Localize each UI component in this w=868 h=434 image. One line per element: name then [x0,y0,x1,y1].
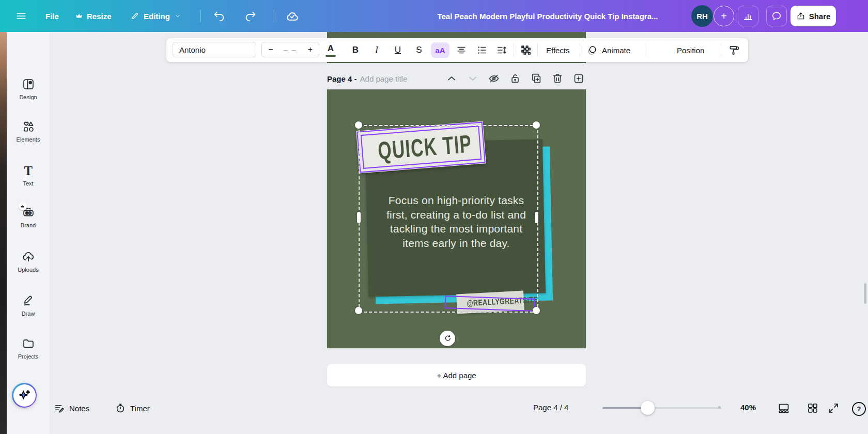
topbar-divider [273,10,273,22]
svg-text:CO: CO [25,211,31,215]
selection-handle-right[interactable] [535,212,538,223]
document-title[interactable]: Teal Peach Modern Playful Productivity Q… [424,0,672,32]
timer-icon [115,402,126,414]
text-toolbar: Antonio − – – + A B I U S aA [166,38,748,62]
main-menu-button[interactable] [16,0,27,32]
undo-button[interactable] [213,0,226,32]
help-button[interactable]: ? [852,402,866,416]
account-group: RH + [691,0,734,32]
resize-button[interactable]: Resize [75,0,112,32]
hide-page-icon[interactable] [488,72,500,85]
fullscreen-button[interactable] [827,402,840,414]
animate-button[interactable]: Animate [586,38,630,62]
timer-button[interactable]: Timer [115,401,150,415]
page-number-label: Page 4 - [327,74,357,83]
bold-button[interactable]: B [348,38,363,62]
sidebar-item-text[interactable]: T Text [7,165,50,187]
file-label: File [45,12,59,21]
text-case-button[interactable]: aA [431,42,450,58]
redo-button[interactable] [244,0,257,32]
page-header: Page 4 - Add page title [327,70,586,87]
rotate-handle[interactable] [440,331,455,346]
add-page-icon[interactable] [572,72,585,85]
insights-button[interactable] [738,0,758,32]
redo-icon [244,10,257,23]
draw-icon [22,294,35,307]
delete-page-icon[interactable] [551,72,564,85]
spacing-button[interactable] [494,38,509,62]
chevron-down-icon [174,12,181,20]
effects-button[interactable]: Effects [546,38,570,62]
toolbar-divider [645,43,645,57]
share-label: Share [809,12,831,21]
design-page[interactable]: Focus on high-priority tasks first, crea… [327,89,586,348]
selection-handle-top-left[interactable] [355,121,362,129]
share-upload-icon [796,11,805,21]
font-family-selector[interactable]: Antonio [173,42,256,57]
text-color-button[interactable]: A [323,38,338,62]
sparkle-icon [18,389,31,402]
italic-button[interactable]: I [369,38,384,62]
magic-ai-button[interactable] [12,383,37,408]
sidebar-item-uploads[interactable]: Uploads [7,250,50,273]
strikethrough-button[interactable]: S [411,38,427,62]
transparency-button[interactable] [518,38,534,62]
font-size-stepper: − – – + [261,42,319,57]
add-member-button[interactable]: + [714,6,734,26]
toolbar-divider [537,43,538,57]
sidebar-item-projects[interactable]: Projects [7,337,50,360]
format-painter-button[interactable] [726,38,741,62]
file-menu-button[interactable]: File [45,0,59,32]
comment-bubble-icon [771,10,782,22]
duplicate-page-icon[interactable] [530,72,542,85]
list-button[interactable] [474,38,490,62]
selection-handle-top-right[interactable] [533,121,540,129]
share-button[interactable]: Share [791,6,836,26]
move-page-up-icon[interactable] [445,72,458,85]
sidebar-item-draw[interactable]: Draw [7,294,50,317]
sidebar-item-elements[interactable]: Elements [7,120,50,143]
design-icon [22,78,35,91]
zoom-level[interactable]: 40% [736,403,761,412]
unlock-page-icon[interactable] [509,72,521,85]
bulleted-list-icon [476,44,488,56]
comments-button[interactable] [766,0,787,32]
sidebar-item-brand[interactable]: CO Brand [7,206,50,228]
scrollbar-thumb[interactable] [864,283,866,304]
selection-handle-bottom-right[interactable] [533,307,540,314]
position-button[interactable]: Position [677,38,704,62]
notes-icon [54,402,65,414]
sidebar-item-design[interactable]: Design [7,78,50,100]
font-size-value[interactable]: – – [284,45,297,54]
crown-icon [20,204,25,209]
selection-handle-bottom-left[interactable] [355,307,362,314]
pages-view-button[interactable] [778,402,790,414]
grid-view-button[interactable] [807,402,819,414]
toolbar-divider [580,43,580,57]
underline-button[interactable]: U [390,38,406,62]
page-title-field[interactable]: Page 4 - Add page title [327,74,407,83]
line-spacing-icon [496,44,507,56]
notes-button[interactable]: Notes [54,401,89,415]
canva-editor: File Resize Editing Teal Peach Modern Pl… [0,0,868,434]
undo-icon [213,10,226,23]
add-page-button[interactable]: + Add page [327,364,586,386]
cloud-check-icon [285,9,299,23]
save-status-button[interactable] [285,0,299,32]
elements-icon [22,120,35,133]
page-controls [445,72,586,85]
crown-icon [75,12,83,20]
move-page-down-icon[interactable] [467,72,479,85]
zoom-slider-thumb[interactable] [641,401,655,415]
pages-view-icon [778,402,790,414]
page-title-placeholder: Add page title [360,74,408,83]
avatar[interactable]: RH [691,5,713,27]
font-size-decrease-button[interactable]: − [268,45,273,54]
page-indicator[interactable]: Page 4 / 4 [533,403,580,412]
animate-icon [586,44,598,56]
font-size-increase-button[interactable]: + [308,45,313,54]
text-align-button[interactable] [454,38,469,62]
editing-mode-dropdown[interactable]: Editing [130,0,181,32]
grid-view-icon [807,402,819,414]
selection-handle-left[interactable] [357,212,361,223]
